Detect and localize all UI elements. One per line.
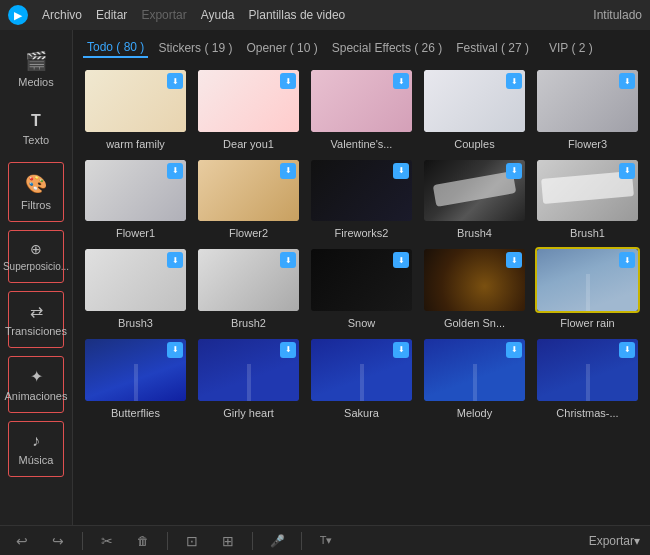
toolbar-divider-2 [167,532,168,550]
sidebar-label-transiciones: Transiciones [5,325,67,337]
download-badge-flower-rain[interactable]: ⬇ [619,252,635,268]
grid-item-warm-family[interactable]: ⬇warm family [83,68,188,150]
thumb-snow: ⬇ [309,247,414,313]
item-label-christmas: Christmas-... [535,407,640,419]
grid-item-flower2[interactable]: ⬇Flower2 [196,158,301,240]
grid-item-brush3[interactable]: ⬇Brush3 [83,247,188,329]
text-tool-button[interactable]: T▾ [314,529,338,553]
item-label-golden-snow: Golden Sn... [422,317,527,329]
sidebar-item-superposicion[interactable]: ⊕ Superposicio... [8,230,64,283]
sidebar-label-texto: Texto [23,134,49,146]
grid-item-flower3[interactable]: ⬇Flower3 [535,68,640,150]
grid-item-butterflies[interactable]: ⬇Butterflies [83,337,188,419]
tab-todo[interactable]: Todo ( 80 ) [83,38,148,58]
thumb-flower2: ⬇ [196,158,301,224]
menu-editar[interactable]: Editar [96,8,127,22]
sidebar-item-transiciones[interactable]: ⇄ Transiciones [8,291,64,348]
download-badge-valentines[interactable]: ⬇ [393,73,409,89]
menu-ayuda[interactable]: Ayuda [201,8,235,22]
grid-scroll[interactable]: ⬇warm family⬇Dear you1⬇Valentine's...⬇Co… [73,62,650,525]
download-badge-dear-you1[interactable]: ⬇ [280,73,296,89]
grid-item-dear-you1[interactable]: ⬇Dear you1 [196,68,301,150]
item-label-valentines: Valentine's... [309,138,414,150]
thumb-flower3: ⬇ [535,68,640,134]
export-button[interactable]: Exportar▾ [589,534,640,548]
menu-exportar: Exportar [141,8,186,22]
sidebar-label-animaciones: Animaciones [5,390,68,402]
grid-item-melody[interactable]: ⬇Melody [422,337,527,419]
superposicion-icon: ⊕ [30,241,42,257]
download-badge-brush3[interactable]: ⬇ [167,252,183,268]
grid-item-girly-heart[interactable]: ⬇Girly heart [196,337,301,419]
download-badge-sakura[interactable]: ⬇ [393,342,409,358]
tab-festival[interactable]: Festival ( 27 ) [452,39,533,57]
menu-plantillas[interactable]: Plantillas de video [249,8,346,22]
undo-button[interactable]: ↩ [10,529,34,553]
item-label-sakura: Sakura [309,407,414,419]
items-grid: ⬇warm family⬇Dear you1⬇Valentine's...⬇Co… [83,68,640,419]
window-title: Intitulado [593,8,642,22]
grid-item-brush1[interactable]: ⬇Brush1 [535,158,640,240]
sidebar-item-medios[interactable]: 🎬 Medios [0,40,72,98]
menu-archivo[interactable]: Archivo [42,8,82,22]
texto-icon: T [31,112,41,130]
item-label-snow: Snow [309,317,414,329]
item-label-flower2: Flower2 [196,227,301,239]
redo-button[interactable]: ↪ [46,529,70,553]
filtros-icon: 🎨 [25,173,47,195]
thumb-flower-rain: ⬇ [535,247,640,313]
download-badge-girly-heart[interactable]: ⬇ [280,342,296,358]
tab-opener[interactable]: Opener ( 10 ) [242,39,321,57]
thumb-valentines: ⬇ [309,68,414,134]
toolbar-divider-3 [252,532,253,550]
tab-stickers[interactable]: Stickers ( 19 ) [154,39,236,57]
download-badge-brush1[interactable]: ⬇ [619,163,635,179]
grid-item-flower-rain[interactable]: ⬇Flower rain [535,247,640,329]
download-badge-warm-family[interactable]: ⬇ [167,73,183,89]
download-badge-golden-snow[interactable]: ⬇ [506,252,522,268]
sidebar-item-texto[interactable]: T Texto [0,102,72,156]
grid-item-sakura[interactable]: ⬇Sakura [309,337,414,419]
cut-button[interactable]: ✂ [95,529,119,553]
delete-button[interactable]: 🗑 [131,529,155,553]
download-badge-flower3[interactable]: ⬇ [619,73,635,89]
grid-item-christmas[interactable]: ⬇Christmas-... [535,337,640,419]
animaciones-icon: ✦ [30,367,43,386]
grid-item-snow[interactable]: ⬇Snow [309,247,414,329]
grid-item-flower1[interactable]: ⬇Flower1 [83,158,188,240]
item-label-couples: Couples [422,138,527,150]
item-label-melody: Melody [422,407,527,419]
grid-item-golden-snow[interactable]: ⬇Golden Sn... [422,247,527,329]
grid-item-fireworks2[interactable]: ⬇Fireworks2 [309,158,414,240]
grid-button[interactable]: ⊞ [216,529,240,553]
main-layout: 🎬 Medios T Texto 🎨 Filtros ⊕ Superposici… [0,30,650,525]
download-badge-flower1[interactable]: ⬇ [167,163,183,179]
crop-button[interactable]: ⊡ [180,529,204,553]
transiciones-icon: ⇄ [30,302,43,321]
item-label-butterflies: Butterflies [83,407,188,419]
download-badge-brush4[interactable]: ⬇ [506,163,522,179]
sidebar: 🎬 Medios T Texto 🎨 Filtros ⊕ Superposici… [0,30,72,525]
download-badge-fireworks2[interactable]: ⬇ [393,163,409,179]
thumb-fireworks2: ⬇ [309,158,414,224]
sidebar-item-animaciones[interactable]: ✦ Animaciones [8,356,64,413]
download-badge-snow[interactable]: ⬇ [393,252,409,268]
download-badge-christmas[interactable]: ⬇ [619,342,635,358]
bottom-toolbar: ↩ ↪ ✂ 🗑 ⊡ ⊞ 🎤 T▾ Exportar▾ [0,525,650,555]
download-badge-couples[interactable]: ⬇ [506,73,522,89]
grid-item-brush4[interactable]: ⬇Brush4 [422,158,527,240]
sidebar-item-musica[interactable]: ♪ Música [8,421,64,477]
download-badge-brush2[interactable]: ⬇ [280,252,296,268]
tab-vip[interactable]: VIP ( 2 ) [545,39,597,57]
grid-item-couples[interactable]: ⬇Couples [422,68,527,150]
download-badge-flower2[interactable]: ⬇ [280,163,296,179]
sidebar-item-filtros[interactable]: 🎨 Filtros [8,162,64,222]
download-badge-butterflies[interactable]: ⬇ [167,342,183,358]
item-label-brush2: Brush2 [196,317,301,329]
grid-item-valentines[interactable]: ⬇Valentine's... [309,68,414,150]
tab-special-effects[interactable]: Special Effects ( 26 ) [328,39,447,57]
grid-item-brush2[interactable]: ⬇Brush2 [196,247,301,329]
mic-button[interactable]: 🎤 [265,529,289,553]
download-badge-melody[interactable]: ⬇ [506,342,522,358]
thumb-sakura: ⬇ [309,337,414,403]
